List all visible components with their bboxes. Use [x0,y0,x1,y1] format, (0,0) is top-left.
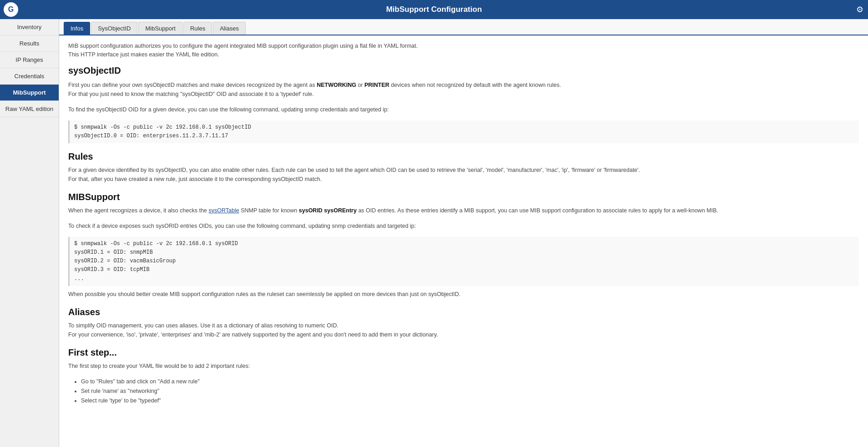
body-layout: Inventory Results IP Ranges Credentials … [0,19,868,447]
tab-sysobjectid[interactable]: SysObjectID [91,22,137,35]
sysobjectid-code: $ snmpwalk -Os -c public -v 2c 192.168.0… [68,121,859,143]
list-item: Select rule 'type' to be "typedef" [81,396,859,406]
section-body-first-step-intro: The first step to create your YAML file … [68,362,859,371]
mibsupport-code-intro: To check if a device exposes such sysORI… [68,221,859,231]
sidebar-item-results[interactable]: Results [0,35,59,52]
mibsupport-footer: When possible you should better create M… [68,290,859,299]
sidebar: Inventory Results IP Ranges Credentials … [0,19,59,447]
app-logo: G [4,2,18,17]
sidebar-item-raw-yaml[interactable]: Raw YAML edition [0,101,59,117]
mibsupport-code: $ snmpwalk -Os -c public -v 2c 192.168.0… [68,237,859,286]
logo-letter: G [8,5,14,14]
sysobjectid-code-intro: To find the sysObjectID OID for a given … [68,105,859,114]
tab-aliases[interactable]: Aliases [213,22,246,35]
sysor-table-link[interactable]: sysORTable [209,207,239,214]
tab-infos[interactable]: Infos [64,22,90,35]
section-title-mibsupport: MIBSupport [68,192,859,202]
list-item: Set rule 'name' as "networking" [81,387,859,396]
tab-mibsupport[interactable]: MibSupport [138,22,182,35]
section-body-mibsupport: When the agent recognizes a device, it a… [68,206,859,215]
section-title-aliases: Aliases [68,307,859,317]
main-content: Infos SysObjectID MibSupport Rules Alias… [59,19,868,447]
sidebar-item-inventory[interactable]: Inventory [0,19,59,35]
intro-text: MIB support configuration authorizes you… [68,42,859,59]
sidebar-item-mibsupport[interactable]: MibSupport [0,85,59,101]
section-title-rules: Rules [68,151,859,162]
section-title-first-step: First step... [68,347,859,358]
header: G MibSupport Configuration ⚙ [0,0,868,19]
page-title: MibSupport Configuration [386,5,482,14]
tab-rules[interactable]: Rules [183,22,212,35]
sidebar-item-ip-ranges[interactable]: IP Ranges [0,52,59,68]
tabs-bar: Infos SysObjectID MibSupport Rules Alias… [59,19,868,35]
section-body-aliases: To simplify OID management, you can uses… [68,321,859,339]
section-body-sysobjectid: First you can define your own sysObjectI… [68,80,859,99]
gear-icon[interactable]: ⚙ [856,5,863,15]
first-step-list: Go to "Rules" tab and click on "Add a ne… [81,377,859,406]
sidebar-item-credentials[interactable]: Credentials [0,68,59,85]
content-area: MIB support configuration authorizes you… [59,35,868,412]
section-title-sysobjectid: sysObjectID [68,65,859,76]
section-body-rules: For a given device identified by its sys… [68,166,859,184]
list-item: Go to "Rules" tab and click on "Add a ne… [81,377,859,387]
